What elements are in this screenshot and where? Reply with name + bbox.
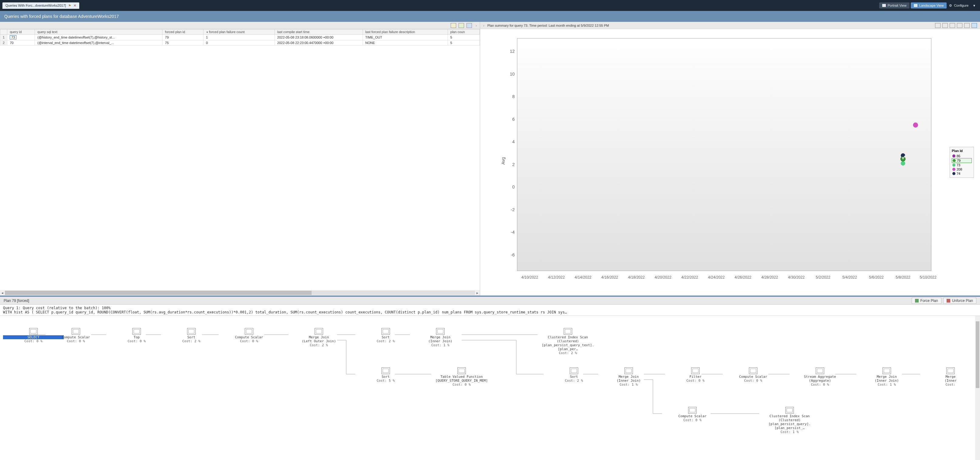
col-fail-count[interactable]: ▼forced plan failure count [204,29,275,35]
chart-title-bar: › Plan summary for query 73. Time period… [480,22,980,29]
col-plan-count[interactable]: plan coun [448,29,479,35]
svg-text:0: 0 [512,184,515,189]
force-plan-button[interactable]: Force Plan [912,298,942,304]
legend-dot-icon [953,159,956,162]
plan-header-title: Plan 79 [forced] [4,298,29,303]
grid-format-icon-1[interactable] [451,23,456,28]
grid-horizontal-scrollbar[interactable]: ◂ ▸ [0,290,480,295]
legend-item[interactable]: 208 [952,167,972,171]
legend-item[interactable]: 79 [952,158,972,163]
plan-operator-cis1[interactable]: Clustered Index Scan (Clustered)[plan_pe… [538,328,598,355]
chart-collapse-handle-icon[interactable]: › [483,24,484,27]
plan-operator-cis2[interactable]: Clustered Index Scan (Clustered)[plan_pe… [759,407,820,434]
plan-operator-merge5[interactable]: Merge(InnerCost: [920,368,980,387]
col-sql-text[interactable]: query sql text [35,29,162,35]
col-rownum[interactable] [0,29,7,35]
operator-icon [382,368,390,374]
plan-operator-mj2[interactable]: Merge Join(Inner Join)Cost: 1 % [410,328,471,347]
plan-operator-top[interactable]: TopCost: 0 % [106,328,167,343]
svg-text:4/18/2022: 4/18/2022 [628,275,645,279]
operator-icon [570,368,578,374]
collapse-handle-icon[interactable]: › [474,24,478,27]
chart-legend: Plan Id 86 79 73 208 74 [950,147,974,178]
svg-text:4/10/2022: 4/10/2022 [522,275,538,279]
plan-query-text: Query 1: Query cost (relative to the bat… [0,305,980,316]
page-title-bar: Queries with forced plans for database A… [0,11,980,22]
overflow-chevron-icon[interactable]: ▼ [971,4,978,7]
operator-icon [749,368,757,374]
operator-icon [564,328,572,335]
svg-text:-2: -2 [511,207,515,212]
chart-tool-icon-3[interactable] [950,23,955,28]
scroll-thumb[interactable] [5,291,312,295]
plan-operator-sagg[interactable]: Stream Aggregate(Aggregate)Cost: 0 % [789,368,850,387]
operator-icon [315,328,323,335]
scroll-left-icon[interactable]: ◂ [0,291,5,295]
legend-dot-icon [952,163,955,167]
plan-operator-mj1[interactable]: Merge Join(Left Outer Join)Cost: 2 % [288,328,349,347]
pin-icon[interactable]: ⚑ [68,4,71,7]
table-header-row: query id query sql text forced plan id ▼… [0,29,480,35]
legend-item[interactable]: 73 [952,163,972,167]
col-forced-plan-id[interactable]: forced plan id [162,29,204,35]
svg-text:5/4/2022: 5/4/2022 [842,275,857,279]
table-row[interactable]: 1 73 (@history_end_time datetimeoffset(7… [0,35,480,40]
legend-dot-icon [952,172,955,175]
plan-vertical-scrollbar[interactable] [975,316,980,460]
table-row[interactable]: 2 70 (@interval_end_time datetimeoffset(… [0,40,480,46]
svg-text:4/20/2022: 4/20/2022 [655,275,671,279]
plan-operator-filter[interactable]: FilterCost: 0 % [665,368,726,382]
plan-operator-sort1[interactable]: SortCost: 2 % [161,328,222,343]
legend-item[interactable]: 86 [952,154,972,158]
chart-y-axis-label: Avg [501,157,506,165]
plan-operator-cs2[interactable]: Compute ScalarCost: 0 % [219,328,279,343]
plan-diagram-canvas[interactable]: SELECTCost: 0 %Compute ScalarCost: 0 %To… [0,316,980,460]
close-icon[interactable]: ✕ [73,4,76,8]
window-tab-strip: Queries With Forc...dventureWorks2017] ⚑… [0,0,980,11]
plan-operator-mj3[interactable]: Merge Join(Inner Join)Cost: 1 % [598,368,659,387]
plan-operator-sort4[interactable]: SortCost: 2 % [544,368,605,382]
landscape-view-button[interactable]: Landscape View [911,2,947,8]
document-tab[interactable]: Queries With Forc...dventureWorks2017] ⚑… [2,2,79,9]
svg-text:-4: -4 [511,230,515,235]
operator-icon [436,328,445,335]
plan-operator-cs4[interactable]: Compute ScalarCost: 0 % [662,407,723,422]
plan-operator-sort3[interactable]: SortCost: 5 % [355,368,416,382]
configure-button[interactable]: ⚙ Configure [947,2,971,9]
legend-item[interactable]: 74 [952,171,972,176]
svg-text:12: 12 [510,49,515,54]
col-compile-time[interactable]: last compile start time [275,29,363,35]
svg-text:4/22/2022: 4/22/2022 [681,275,698,279]
operator-icon [245,328,253,335]
chart-plot-area[interactable]: 1210 86 42 0-2 -4-6 Avg 4/10/20224/12/20… [480,29,943,295]
force-plan-icon [915,299,919,303]
main-split: › query id query sql text forced plan id… [0,22,980,295]
plan-operator-mj4[interactable]: Merge Join(Inner Join)Cost: 1 % [856,368,917,387]
grid-toolbar: › [0,22,480,29]
grid-format-icon-2[interactable] [458,23,464,28]
execution-plan-panel: Plan 79 [forced] Force Plan Unforce Plan… [0,295,980,460]
chart-tool-icon-6[interactable] [972,23,977,28]
col-query-id[interactable]: query id [7,29,35,35]
legend-dot-icon [952,168,955,171]
plan-operator-tvf[interactable]: Table Valued Function[QUERY_STORE_QUERY_… [431,368,492,387]
svg-text:-6: -6 [511,252,515,257]
unforce-plan-button[interactable]: Unforce Plan [943,298,976,304]
legend-title: Plan Id [952,149,972,152]
selected-cell: 73 [10,35,16,40]
col-fail-desc[interactable]: last forced plan failure description [363,29,448,35]
chart-tool-icon-4[interactable] [957,23,963,28]
scroll-right-icon[interactable]: ▸ [475,291,480,295]
operator-icon [72,328,80,335]
chart-tool-icon-2[interactable] [942,23,948,28]
svg-text:4/12/2022: 4/12/2022 [548,275,565,279]
grid-format-icon-3[interactable] [466,23,472,28]
chart-tool-icon-5[interactable] [964,23,970,28]
plan-operator-cs3[interactable]: Compute ScalarCost: 0 % [723,368,784,382]
plan-operator-sort2[interactable]: SortCost: 2 % [355,328,416,343]
chart-tool-icon-1[interactable] [935,23,940,28]
plan-operator-cs1[interactable]: Compute ScalarCost: 0 % [46,328,106,343]
operator-icon [691,368,700,374]
portrait-view-button[interactable]: Portrait View [879,2,910,8]
chart-point-208 [913,122,918,128]
